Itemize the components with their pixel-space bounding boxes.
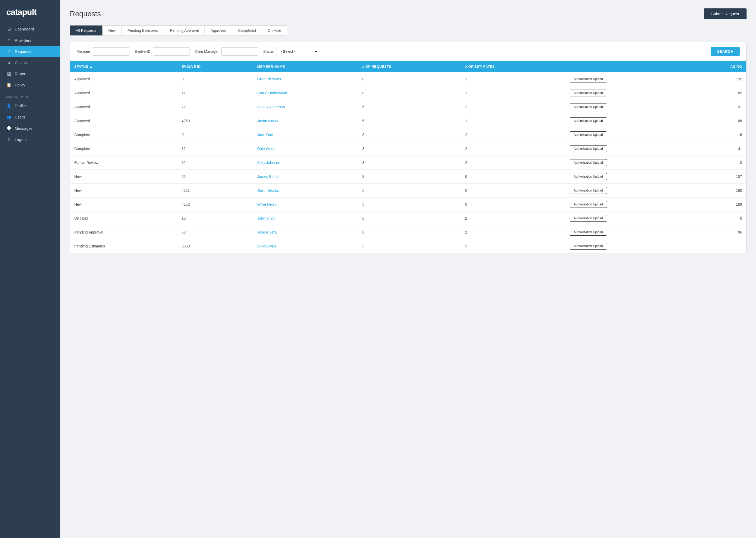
member-input[interactable] <box>93 47 129 56</box>
sidebar-item-requests[interactable]: ✓ Requests <box>0 46 60 57</box>
cell-member-name[interactable]: Carrie Underwood <box>253 86 358 100</box>
cell-status: On Hold <box>70 211 177 225</box>
sidebar-item-policy[interactable]: 📋 Policy <box>0 79 60 91</box>
requests-icon: ✓ <box>6 49 12 54</box>
cell-action[interactable]: Authorization Upload <box>565 86 691 100</box>
cell-action[interactable]: Authorization Upload <box>565 211 691 225</box>
sidebar-item-claims[interactable]: $ Claims <box>0 57 60 68</box>
sidebar-item-logout[interactable]: ⎋ Logout <box>0 134 60 145</box>
sidebar-item-label-logout: Logout <box>15 137 27 142</box>
cell-action[interactable]: Authorization Upload <box>565 114 691 128</box>
cell-num-estimates: 1 <box>461 86 565 100</box>
cell-action[interactable]: Authorization Upload <box>565 156 691 170</box>
member-name-link[interactable]: James Bond <box>257 175 278 179</box>
cell-member-name[interactable]: James Bond <box>253 170 358 184</box>
policy-icon: 📋 <box>6 82 12 87</box>
cell-aging: 65 <box>691 86 746 100</box>
cell-aging: 91 <box>691 100 746 114</box>
tab-pending-estimates[interactable]: Pending Estimates <box>121 26 164 35</box>
authorization-upload-button[interactable]: Authorization Upload <box>570 201 607 208</box>
status-select[interactable]: - Select -ApprovedCompleteEvolve ReviewN… <box>276 47 318 56</box>
sidebar-item-profile[interactable]: 👤 Profile <box>0 100 60 111</box>
cell-num-estimates: 2 <box>461 156 565 170</box>
tab-on-hold[interactable]: On Hold <box>262 26 287 35</box>
authorization-upload-button[interactable]: Authorization Upload <box>570 187 607 194</box>
cell-status: New <box>70 184 177 197</box>
cell-action[interactable]: Authorization Upload <box>565 142 691 156</box>
table-row: Approved4250Jason Aldean51Authorization … <box>70 114 746 128</box>
authorization-upload-button[interactable]: Authorization Upload <box>570 76 607 82</box>
cell-member-name[interactable]: Jane Doe <box>253 128 358 142</box>
tab-new[interactable]: New <box>102 26 121 35</box>
cell-status: Evolve Review <box>70 156 177 170</box>
cell-member-name[interactable]: Jason Aldean <box>253 114 358 128</box>
sidebar-management: 👤 Profile👥 Users💬 Messages⎋ Logout <box>0 100 60 145</box>
cell-evolve-id: 4252 <box>177 197 253 211</box>
tab-completed[interactable]: Completed <box>232 26 262 35</box>
authorization-upload-button[interactable]: Authorization Upload <box>570 159 607 166</box>
requests-table: STATUS ▲EVOLVE IDMEMBER NAME# OF REQUEST… <box>70 61 746 253</box>
cell-member-name[interactable]: Sally Johnson <box>253 156 358 170</box>
authorization-upload-button[interactable]: Authorization Upload <box>570 89 607 96</box>
cell-member-name[interactable]: Luke Bryan <box>253 239 358 253</box>
evolve-id-filter-group: Evolve ID <box>135 47 190 56</box>
member-name-link[interactable]: Greg Richards <box>257 77 281 81</box>
cell-action[interactable]: Authorization Upload <box>565 170 691 184</box>
cell-action[interactable]: Authorization Upload <box>565 72 691 86</box>
cell-member-name[interactable]: John Smith <box>253 211 358 225</box>
cell-action[interactable]: Authorization Upload <box>565 239 691 253</box>
table-row: Evolve Review62Sally Johnson82Authorizat… <box>70 156 746 170</box>
authorization-upload-button[interactable]: Authorization Upload <box>570 103 607 110</box>
cell-member-name[interactable]: Garth Brooks <box>253 184 358 197</box>
cell-action[interactable]: Authorization Upload <box>565 128 691 142</box>
authorization-upload-button[interactable]: Authorization Upload <box>570 243 607 249</box>
authorization-upload-button[interactable]: Authorization Upload <box>570 145 607 152</box>
cell-aging: 16 <box>691 128 746 142</box>
tab-all[interactable]: All Requests <box>70 26 102 35</box>
table-row: Approved72Ashley Anderson52Authorization… <box>70 100 746 114</box>
sidebar-item-label-messages: Messages <box>15 126 32 131</box>
search-button[interactable]: SEARCH <box>711 47 740 56</box>
logout-icon: ⎋ <box>6 137 12 142</box>
sidebar-item-users[interactable]: 👥 Users <box>0 111 60 123</box>
member-name-link[interactable]: John Smith <box>257 216 276 220</box>
cell-action[interactable]: Authorization Upload <box>565 197 691 211</box>
cell-num-requests: 5 <box>358 239 461 253</box>
authorization-upload-button[interactable]: Authorization Upload <box>570 117 607 124</box>
cell-member-name[interactable]: Willie Nelson <box>253 197 358 211</box>
cell-aging: 0 <box>691 211 746 225</box>
col-header-status[interactable]: STATUS ▲ <box>70 61 177 72</box>
sidebar-item-reports[interactable]: ▦ Reports <box>0 68 60 79</box>
member-name-link[interactable]: Dale Wood <box>257 146 275 151</box>
cell-action[interactable]: Authorization Upload <box>565 100 691 114</box>
sidebar-item-providers[interactable]: ≡ Providers <box>0 35 60 46</box>
member-name-link[interactable]: Willie Nelson <box>257 202 278 206</box>
member-name-link[interactable]: Jason Aldean <box>257 119 279 123</box>
member-name-link[interactable]: Ashley Anderson <box>257 105 285 109</box>
tab-pending-approval[interactable]: Pending Approval <box>164 26 205 35</box>
status-filter-group: Status - Select -ApprovedCompleteEvolve … <box>263 47 318 56</box>
member-name-link[interactable]: Luke Bryan <box>257 244 276 248</box>
member-name-link[interactable]: Garth Brooks <box>257 188 279 192</box>
cell-action[interactable]: Authorization Upload <box>565 225 691 239</box>
cell-member-name[interactable]: Jose Rivera <box>253 225 358 239</box>
evolve-id-input[interactable] <box>153 47 190 56</box>
member-name-link[interactable]: Sally Johnson <box>257 161 280 165</box>
authorization-upload-button[interactable]: Authorization Upload <box>570 215 607 222</box>
cell-member-name[interactable]: Greg Richards <box>253 72 358 86</box>
sidebar-item-messages[interactable]: 💬 Messages <box>0 123 60 134</box>
submit-request-button[interactable]: Submit Request <box>704 8 746 19</box>
authorization-upload-button[interactable]: Authorization Upload <box>570 173 607 180</box>
sidebar-item-dashboard[interactable]: ⊞ Dashboard <box>0 24 60 35</box>
cell-status: Approved <box>70 86 177 100</box>
member-name-link[interactable]: Jose Rivera <box>257 230 277 234</box>
member-name-link[interactable]: Jane Doe <box>257 133 273 137</box>
tab-approved[interactable]: Approved <box>205 26 232 35</box>
authorization-upload-button[interactable]: Authorization Upload <box>570 131 607 138</box>
cell-action[interactable]: Authorization Upload <box>565 184 691 197</box>
member-name-link[interactable]: Carrie Underwood <box>257 91 287 95</box>
cell-member-name[interactable]: Dale Wood <box>253 142 358 156</box>
care-manager-input[interactable] <box>221 47 258 56</box>
authorization-upload-button[interactable]: Authorization Upload <box>570 229 607 236</box>
cell-member-name[interactable]: Ashley Anderson <box>253 100 358 114</box>
